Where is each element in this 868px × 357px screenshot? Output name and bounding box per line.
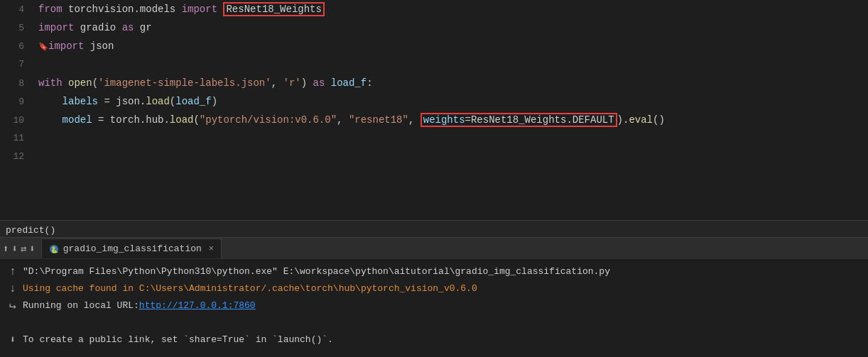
line-content: 🔖import json [36, 37, 868, 56]
terminal-download-icon[interactable]: ⬇ [29, 243, 35, 255]
terminal-area: ↑ "D:\Program Files\Python\Python310\pyt… [0, 260, 868, 357]
terminal-icon-down: ↓ [6, 281, 20, 297]
terminal-line-3: ↵ Running on local URL: http://127.0.0.1… [6, 298, 862, 315]
terminal-url-link[interactable]: http://127.0.0.1:7860 [139, 298, 256, 314]
terminal-tab-close[interactable]: × [209, 244, 214, 254]
terminal-output-3a: Running on local URL: [23, 298, 139, 314]
line-number: 12 [0, 148, 36, 166]
code-line-6: 6 🔖import json [0, 37, 868, 55]
code-line-12: 12 [0, 148, 868, 166]
terminal-icon-return: ↵ [6, 298, 20, 314]
terminal-icon-dl: ⬇ [6, 332, 20, 348]
terminal-icon-up: ↑ [6, 264, 20, 280]
editor-area: 4 from torchvision.models import ResNet1… [0, 0, 868, 220]
python-icon: 🐍 [49, 244, 59, 254]
predict-text: predict() [6, 225, 55, 236]
line-number: 11 [0, 129, 36, 148]
terminal-tab-label: gradio_img_classification [63, 243, 202, 254]
line-content: from torchvision.models import ResNet18_… [36, 0, 868, 18]
svg-text:🐍: 🐍 [50, 246, 58, 254]
terminal-line-1: ↑ "D:\Program Files\Python\Python310\pyt… [6, 264, 862, 281]
line-number: 7 [0, 55, 36, 74]
terminal-wrap-icon[interactable]: ⇄ [21, 243, 26, 255]
line-number: 8 [0, 75, 36, 93]
terminal-line-empty [6, 315, 862, 332]
line-content: with open('imagenet-simple-labels.json',… [36, 74, 868, 92]
code-line-11: 11 [0, 129, 868, 148]
code-line-9: 9 labels = json.load(load_f) [0, 92, 868, 111]
line-number: 5 [0, 19, 36, 38]
terminal-output-5: To create a public link, set `share=True… [23, 332, 333, 348]
terminal-scroll-down-icon[interactable]: ⬇ [11, 243, 17, 255]
terminal-output-2: Using cache found in C:\Users\Administra… [23, 281, 477, 297]
code-line-10: 10 model = torch.hub.load("pytorch/visio… [0, 111, 868, 129]
predict-bar: predict() [0, 220, 868, 237]
terminal-tab-bar: ⬆ ⬇ ⇄ ⬇ 🐍 gradio_img_classification × [0, 237, 868, 260]
line-number: 6 [0, 38, 36, 56]
line-content: import gradio as gr [36, 18, 868, 37]
terminal-scroll-up-icon[interactable]: ⬆ [3, 243, 9, 255]
terminal-tab[interactable]: 🐍 gradio_img_classification × [41, 238, 222, 258]
line-number: 4 [0, 1, 36, 19]
line-content: labels = json.load(load_f) [36, 92, 868, 111]
line-number: 10 [0, 111, 36, 130]
line-content: model = torch.hub.load("pytorch/vision:v… [36, 111, 868, 129]
code-line-8: 8 with open('imagenet-simple-labels.json… [0, 74, 868, 92]
terminal-line-2: ↓ Using cache found in C:\Users\Administ… [6, 281, 862, 298]
code-line-4: 4 from torchvision.models import ResNet1… [0, 0, 868, 18]
line-number: 9 [0, 93, 36, 111]
terminal-line-5: ⬇ To create a public link, set `share=Tr… [6, 332, 862, 349]
code-line-7: 7 [0, 55, 868, 74]
terminal-output-1: "D:\Program Files\Python\Python310\pytho… [23, 264, 610, 280]
code-line-5: 5 import gradio as gr [0, 18, 868, 37]
terminal-controls-left[interactable]: ⬆ ⬇ ⇄ ⬇ [3, 243, 41, 255]
